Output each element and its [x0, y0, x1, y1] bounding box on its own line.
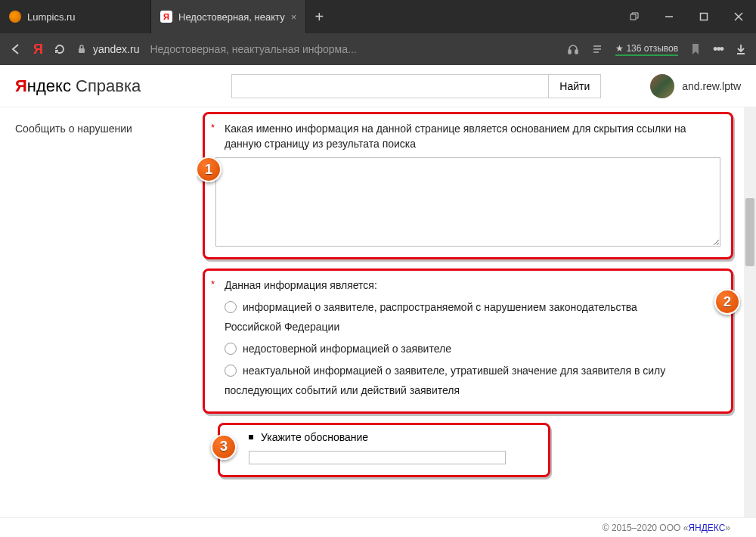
yandex-logo[interactable]: Яндекс Справка [15, 76, 141, 96]
browser-titlebar: Lumpics.ru Я Недостоверная, неакту × + [0, 0, 756, 33]
annotation-badge-2: 2 [714, 289, 740, 315]
copyright-text: © 2015–2020 ООО « [603, 523, 689, 533]
annotation-badge-1: 1 [197, 157, 222, 182]
reviews-text: 136 отзывов [626, 43, 678, 54]
headphones-icon[interactable] [567, 43, 579, 55]
svg-rect-6 [569, 50, 571, 54]
browser-addressbar: Я yandex.ru Недостоверная, неактуальная … [0, 33, 756, 65]
page-body: Сообщить о нарушении 1 * Какая именно ин… [0, 107, 756, 517]
radio-option-inaccurate[interactable]: недостоверной информацией о заявителе [225, 341, 720, 357]
radio-option-violation[interactable]: информацией о заявителе, распространяемо… [225, 300, 720, 315]
svg-rect-0 [631, 14, 636, 20]
search-form: Найти [231, 74, 601, 98]
required-star: * [211, 122, 215, 133]
section-label: Данная информация является: [225, 278, 720, 293]
radio-icon[interactable] [225, 301, 237, 313]
maximize-button[interactable] [686, 0, 721, 33]
radio-label: информацией о заявителе, распространяемо… [243, 300, 637, 315]
page-header: Яндекс Справка Найти and.rew.lptw [0, 65, 756, 107]
copyright-tail: » [725, 523, 730, 533]
svg-rect-7 [575, 50, 578, 54]
page-footer: © 2015–2020 ООО « ЯНДЕКС » [0, 517, 756, 537]
new-tab-button[interactable]: + [306, 0, 332, 33]
sidebar-item-report[interactable]: Сообщить о нарушении [15, 123, 181, 135]
minimize-button[interactable] [652, 0, 686, 33]
download-icon[interactable] [735, 43, 747, 55]
close-button[interactable] [721, 0, 756, 33]
radio-label: недостоверной информацией о заявителе [243, 341, 451, 357]
section-label: Укажите обоснование [261, 431, 368, 443]
browser-tab-active[interactable]: Я Недостоверная, неакту × [151, 0, 306, 33]
search-button[interactable]: Найти [549, 74, 601, 98]
radio-icon[interactable] [225, 365, 237, 377]
svg-rect-2 [701, 14, 708, 20]
url-box[interactable]: yandex.ru Недостоверная, неактуальная ин… [76, 43, 357, 55]
logo-section: Справка [76, 76, 141, 95]
reader-icon[interactable] [591, 43, 603, 55]
site-icon [9, 11, 21, 23]
radio-icon[interactable] [225, 343, 237, 355]
reason-textarea[interactable] [215, 157, 720, 247]
scrollbar-thumb[interactable] [745, 198, 754, 266]
reviews-badge[interactable]: ★ 136 отзывов [615, 43, 678, 56]
user-area[interactable]: and.rew.lptw [650, 74, 741, 98]
annotation-badge-3: 3 [211, 434, 237, 460]
reload-button[interactable] [54, 43, 66, 55]
radio-label-cont: последующих событий или действий заявите… [225, 382, 720, 399]
browser-tab-inactive[interactable]: Lumpics.ru [0, 0, 151, 33]
yandex-home-icon[interactable]: Я [33, 42, 43, 57]
justification-input[interactable] [249, 451, 506, 464]
menu-icon[interactable]: ••• [713, 42, 723, 57]
bullet-icon [249, 435, 253, 439]
username: and.rew.lptw [682, 80, 741, 92]
svg-rect-5 [79, 48, 85, 53]
radio-label-cont: Российской Федерации [225, 318, 720, 335]
bullet-item: Укажите обоснование [249, 431, 538, 443]
radio-option-outdated[interactable]: неактуальной информацией о заявителе, ут… [225, 363, 720, 379]
logo-rest: ндекс [27, 76, 71, 95]
logo-y: Я [15, 76, 27, 95]
main-content: 1 * Какая именно информация на данной ст… [197, 107, 756, 517]
section-label: Какая именно информация на данной страни… [225, 122, 720, 151]
avatar [650, 74, 674, 98]
sidebar: Сообщить о нарушении [0, 107, 197, 517]
close-icon[interactable]: × [291, 11, 297, 23]
form-section-info-type: 2 * Данная информация является: информац… [203, 268, 733, 413]
site-icon: Я [160, 11, 172, 23]
star-icon: ★ [615, 43, 624, 54]
lock-icon [76, 44, 87, 54]
bookmark-icon[interactable] [690, 43, 701, 55]
yandex-link[interactable]: ЯНДЕКС [688, 523, 725, 533]
window-controls [617, 0, 756, 33]
back-button[interactable] [9, 42, 23, 56]
form-section-reason: 1 * Какая именно информация на данной ст… [203, 112, 733, 259]
url-domain: yandex.ru [93, 43, 139, 55]
radio-label: неактуальной информацией о заявителе, ут… [243, 363, 665, 379]
page-scrollbar[interactable] [744, 107, 756, 517]
tabs-overview-icon[interactable] [617, 0, 652, 33]
tab-label: Недостоверная, неакту [178, 11, 285, 23]
url-title: Недостоверная, неактуальная информа... [150, 43, 356, 55]
tab-label: Lumpics.ru [27, 11, 76, 23]
required-star: * [211, 278, 215, 290]
search-input[interactable] [231, 74, 549, 98]
form-section-justification: 3 * Укажите обоснование [218, 423, 550, 477]
